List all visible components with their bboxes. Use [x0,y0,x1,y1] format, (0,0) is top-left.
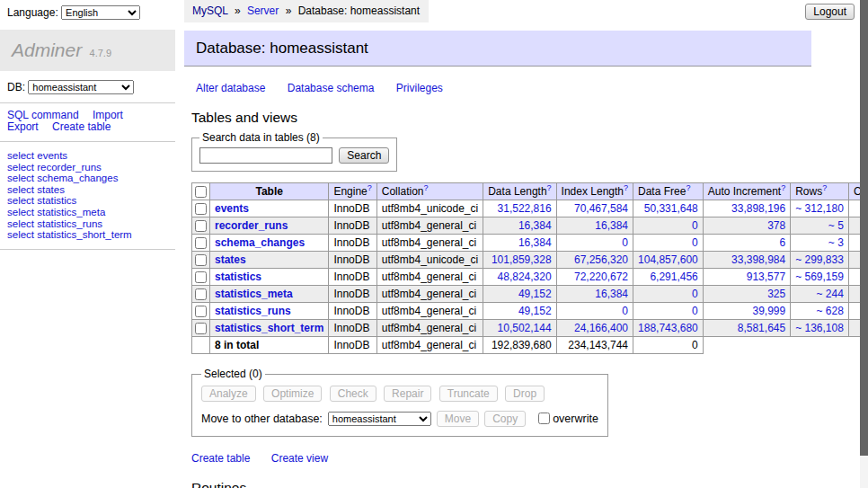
row-checkbox[interactable] [195,323,207,334]
help-icon[interactable]: ? [624,183,628,192]
table-name-link[interactable]: events [215,202,249,215]
auto-increment-link[interactable]: 378 [767,219,785,232]
page-scrollbar[interactable] [860,0,868,488]
breadcrumb-mysql-link[interactable]: MySQL [192,4,228,17]
repair-button[interactable]: Repair [384,386,431,402]
sidebar-item-select-states[interactable]: select states [7,184,175,196]
alter-database-link[interactable]: Alter database [196,82,265,94]
export-link[interactable]: Export [7,120,39,133]
rows-count-link[interactable]: ~ 569,159 [795,271,844,283]
index-length-link[interactable]: 0 [622,236,628,249]
table-name-link[interactable]: statistics_runs [215,305,291,317]
language-select[interactable]: English [61,5,140,20]
breadcrumb-server-link[interactable]: Server [247,4,279,17]
sidebar-item-select-statistics[interactable]: select statistics [7,195,175,207]
logout-button[interactable]: Logout [805,4,855,20]
data-free-link[interactable]: 6,291,456 [650,271,697,283]
data-length-link[interactable]: 16,384 [518,219,552,232]
sidebar-item-select-events[interactable]: select events [7,150,175,162]
copy-button[interactable]: Copy [484,411,526,427]
import-link[interactable]: Import [93,109,123,121]
create-view-link[interactable]: Create view [271,452,328,465]
select-all-checkbox[interactable] [195,186,207,198]
data-length-link[interactable]: 49,152 [518,305,552,317]
row-checkbox[interactable] [195,203,207,215]
rows-count-link[interactable]: ~ 5 [828,219,844,232]
privileges-link[interactable]: Privileges [396,82,443,94]
check-button[interactable]: Check [330,386,376,402]
database-schema-link[interactable]: Database schema [288,82,375,94]
data-length-link[interactable]: 101,859,328 [492,253,552,266]
row-checkbox[interactable] [195,288,207,300]
table-name-link[interactable]: statistics_meta [215,288,293,300]
data-free-link[interactable]: 104,857,600 [638,253,698,266]
row-checkbox[interactable] [195,254,207,266]
create-table-link-main[interactable]: Create table [191,452,250,465]
auto-increment-link[interactable]: 913,577 [747,271,785,283]
table-name-link[interactable]: statistics_short_term [215,322,323,334]
optimize-button[interactable]: Optimize [263,386,322,402]
adminer-version-link[interactable]: 4.7.9 [90,48,111,58]
sidebar-item-select-statistics-meta[interactable]: select statistics_meta [7,207,175,218]
row-checkbox[interactable] [195,306,207,317]
auto-increment-link[interactable]: 39,999 [752,305,785,317]
auto-increment-link[interactable]: 6 [779,236,785,249]
auto-increment-link[interactable]: 33,898,196 [731,202,785,215]
data-free-link[interactable]: 0 [692,219,698,232]
sql-command-link[interactable]: SQL command [7,109,79,121]
auto-increment-link[interactable]: 325 [767,288,785,300]
help-icon[interactable]: ? [547,183,552,192]
rows-count-link[interactable]: ~ 299,833 [795,253,844,266]
index-length-link[interactable]: 72,220,672 [574,271,628,283]
index-length-link[interactable]: 16,384 [595,288,628,300]
data-free-link[interactable]: 0 [692,236,698,249]
help-icon[interactable]: ? [686,183,690,192]
help-icon[interactable]: ? [423,183,428,192]
truncate-button[interactable]: Truncate [439,386,498,402]
search-button[interactable]: Search [339,147,389,164]
row-checkbox[interactable] [195,271,207,283]
table-name-link[interactable]: statistics [215,271,261,283]
search-input[interactable] [199,147,332,164]
data-length-link[interactable]: 10,502,144 [498,322,552,334]
index-length-link[interactable]: 67,256,320 [574,253,628,266]
data-length-link[interactable]: 49,152 [518,288,552,300]
rows-count-link[interactable]: ~ 3 [828,236,844,249]
table-name-link[interactable]: schema_changes [215,236,305,249]
rows-count-link[interactable]: ~ 312,180 [795,202,844,215]
row-checkbox[interactable] [195,220,207,232]
overwrite-checkbox[interactable] [538,413,550,424]
index-length-link[interactable]: 0 [622,305,628,317]
index-length-link[interactable]: 70,467,584 [574,202,628,215]
db-select[interactable]: homeassistant [28,80,134,94]
rows-count-link[interactable]: ~ 136,108 [795,322,844,334]
data-length-link[interactable]: 31,522,816 [498,202,552,215]
rows-count-link[interactable]: ~ 628 [817,305,844,317]
index-length-link[interactable]: 24,166,400 [574,322,628,334]
create-table-link[interactable]: Create table [52,120,111,133]
table-name-link[interactable]: recorder_runs [215,219,288,232]
data-free-link[interactable]: 0 [692,288,698,300]
data-free-link[interactable]: 50,331,648 [644,202,698,215]
sidebar-item-select-schema-changes[interactable]: select schema_changes [7,173,175,184]
sidebar-item-select-statistics-short-term[interactable]: select statistics_short_term [7,229,175,241]
data-free-link[interactable]: 188,743,680 [638,322,698,334]
drop-button[interactable]: Drop [505,386,545,402]
scrollbar-thumb[interactable] [860,0,868,456]
table-name-link[interactable]: states [215,253,246,266]
move-button[interactable]: Move [437,411,479,427]
data-length-link[interactable]: 16,384 [518,236,552,249]
row-checkbox[interactable] [195,237,207,249]
rows-count-link[interactable]: ~ 244 [817,288,844,300]
auto-increment-link[interactable]: 8,581,645 [738,322,785,334]
analyze-button[interactable]: Analyze [201,386,256,402]
help-icon[interactable]: ? [781,183,785,192]
sidebar-item-select-statistics-runs[interactable]: select statistics_runs [7,218,175,230]
sidebar-item-select-recorder-runs[interactable]: select recorder_runs [7,162,175,173]
help-icon[interactable]: ? [368,183,372,192]
move-database-select[interactable]: homeassistant [328,412,431,426]
help-icon[interactable]: ? [822,183,827,192]
index-length-link[interactable]: 16,384 [595,219,628,232]
auto-increment-link[interactable]: 33,398,984 [731,253,785,266]
data-length-link[interactable]: 48,824,320 [498,271,552,283]
